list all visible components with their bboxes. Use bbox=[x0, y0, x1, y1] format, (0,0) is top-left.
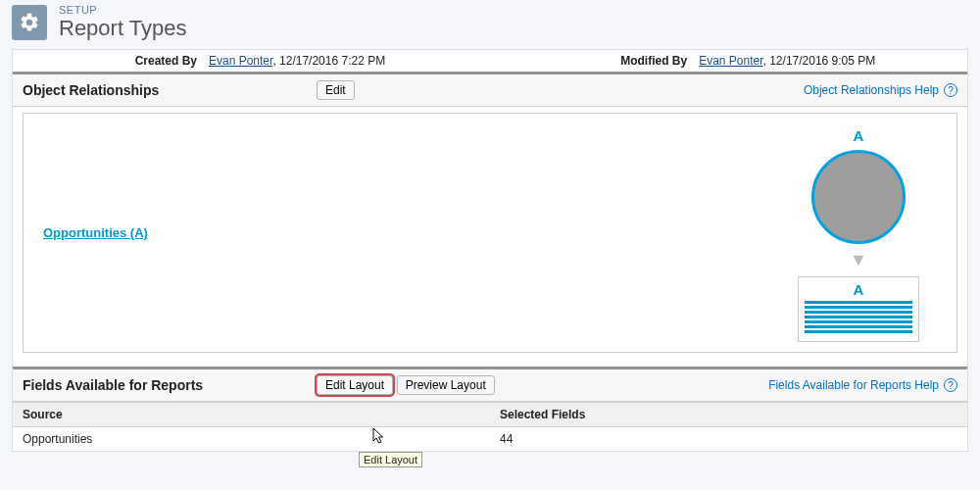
created-by-label: Created By bbox=[13, 54, 209, 68]
created-by-value: Evan Ponter, 12/17/2016 7:22 PM bbox=[209, 54, 385, 68]
edit-layout-button[interactable]: Edit Layout bbox=[317, 375, 393, 395]
help-icon: ? bbox=[944, 83, 957, 97]
help-icon: ? bbox=[944, 378, 957, 392]
col-source-header: Source bbox=[13, 403, 490, 426]
setup-label: SETUP bbox=[59, 4, 186, 16]
down-arrow-icon: ▼ bbox=[850, 250, 867, 270]
source-cell: Opportunities bbox=[13, 427, 490, 451]
modified-by-value: Evan Ponter, 12/17/2016 9:05 PM bbox=[699, 54, 875, 68]
diagram-circle bbox=[811, 150, 906, 244]
modified-by-link[interactable]: Evan Ponter bbox=[699, 54, 762, 68]
col-selected-header: Selected Fields bbox=[490, 403, 967, 426]
selected-fields-cell: 44 bbox=[490, 427, 967, 451]
page-title: Report Types bbox=[59, 16, 186, 41]
object-relationships-title: Object Relationships bbox=[23, 82, 317, 98]
created-by-link[interactable]: Evan Ponter bbox=[209, 54, 272, 68]
fields-available-header: Fields Available for Reports Edit Layout… bbox=[13, 367, 967, 402]
diagram-letter-bottom: A bbox=[805, 281, 912, 298]
object-relationships-body: Opportunities (A) A ▼ A bbox=[23, 113, 957, 353]
modified-by-label: Modified By bbox=[601, 54, 699, 68]
preview-layout-button[interactable]: Preview Layout bbox=[397, 375, 495, 395]
object-relationships-help-link[interactable]: Object Relationships Help ? bbox=[804, 83, 957, 97]
edit-button[interactable]: Edit bbox=[317, 80, 355, 100]
page-header: SETUP Report Types bbox=[0, 0, 980, 49]
object-relationships-header: Object Relationships Edit Object Relatio… bbox=[13, 72, 967, 107]
main-panel: Created By Evan Ponter, 12/17/2016 7:22 … bbox=[12, 49, 968, 452]
diagram-letter-top: A bbox=[854, 127, 864, 144]
fields-table-header: Source Selected Fields bbox=[13, 402, 967, 427]
diagram-report-box: A bbox=[798, 276, 919, 342]
fields-table-row: Opportunities 44 bbox=[13, 427, 967, 451]
gear-icon bbox=[12, 5, 47, 40]
meta-row: Created By Evan Ponter, 12/17/2016 7:22 … bbox=[13, 50, 967, 72]
diagram-column: A ▼ A bbox=[770, 123, 947, 342]
opportunities-link[interactable]: Opportunities (A) bbox=[43, 225, 148, 240]
fields-available-title: Fields Available for Reports bbox=[23, 377, 317, 393]
fields-available-help-link[interactable]: Fields Available for Reports Help ? bbox=[768, 378, 957, 392]
